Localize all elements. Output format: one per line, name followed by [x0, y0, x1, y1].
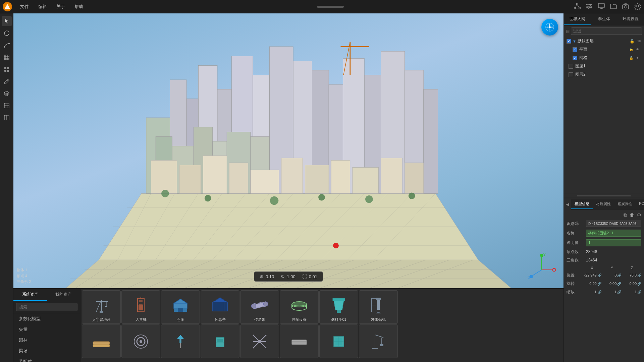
info-nav-prev[interactable]: ◀ [564, 200, 571, 208]
asset-item15[interactable] [319, 324, 358, 358]
orient-button[interactable] [541, 19, 558, 36]
asset-crane[interactable]: 人字臂塔吊 [82, 290, 121, 324]
layer-grid[interactable]: 网格 🔒 👁 [566, 54, 642, 62]
tool-split[interactable] [2, 113, 12, 123]
category-assembly[interactable]: 装配式 [13, 356, 80, 362]
position-z-link[interactable]: 🔗 [637, 274, 641, 277]
asset-item11[interactable] [161, 324, 200, 358]
tab-system-assets[interactable]: 系统资产 [13, 289, 47, 301]
layer-eye-btn[interactable]: 👁 [637, 39, 641, 44]
asset-lift[interactable]: 人货梯 [121, 290, 160, 324]
asset-item10[interactable] [121, 324, 160, 358]
id-value[interactable] [586, 221, 641, 227]
layer-1[interactable]: 图层1 [566, 62, 642, 70]
asset-item12[interactable] [201, 324, 239, 358]
asset-item11-thumb [163, 327, 198, 356]
asset-item13[interactable] [240, 324, 279, 358]
scale-x-link[interactable]: 🔗 [597, 290, 601, 294]
gear-icon[interactable] [634, 2, 641, 11]
network-icon[interactable] [574, 2, 581, 11]
info-settings-btn[interactable]: ⚙ [637, 212, 641, 218]
menu-help[interactable]: 帮助 [70, 2, 87, 11]
camera-icon[interactable] [622, 2, 629, 11]
asset-item14[interactable] [280, 324, 319, 358]
menu-about[interactable]: 关于 [52, 2, 69, 11]
tab-twin[interactable]: 孪生体 [591, 13, 618, 25]
asset-conveyor[interactable]: 传送带 [240, 290, 279, 324]
asset-parking[interactable]: 停车设备 [280, 290, 319, 324]
tab-extend[interactable]: 拓展属性 [614, 199, 636, 209]
tool-layers[interactable] [2, 88, 12, 99]
tool-apps[interactable] [2, 64, 12, 74]
asset-hopper[interactable]: 储料斗01 [319, 290, 358, 324]
scale-z-link[interactable]: 🔗 [637, 290, 641, 294]
layer-plane-eye[interactable]: 👁 [636, 48, 639, 51]
svg-rect-178 [93, 344, 110, 347]
layer-group-header-default[interactable]: ▼ 默认图层 🔒 👁 [566, 37, 642, 45]
app-logo[interactable] [3, 2, 12, 11]
rotation-y-link[interactable]: 🔗 [617, 282, 621, 286]
tab-model-info[interactable]: 模型信息 [571, 199, 593, 209]
position-x-link[interactable]: 🔗 [597, 274, 601, 277]
layer-plane-lock[interactable]: 🔒 [629, 48, 633, 51]
tool-pen[interactable] [2, 76, 12, 86]
layer-grid-lock[interactable]: 🔒 [629, 56, 633, 60]
layer-lock-btn[interactable]: 🔒 [630, 39, 635, 44]
category-beam[interactable]: 梁场 [13, 346, 80, 356]
asset-pavilion[interactable]: 休息亭 [201, 290, 239, 324]
scale-label: 缩放 [567, 289, 581, 295]
category-garden[interactable]: 园林 [13, 335, 80, 346]
layer-filter-input[interactable] [571, 27, 642, 35]
tab-material[interactable]: 材质属性 [593, 199, 614, 209]
asset-item9[interactable] [82, 324, 121, 358]
svg-rect-95 [424, 89, 438, 193]
category-parametric[interactable]: 参数化模型 [13, 313, 80, 324]
tool-panel[interactable] [2, 101, 12, 111]
layer-2[interactable]: 图层2 [566, 70, 642, 79]
scale-transform[interactable]: ⛶ 0.01 [302, 274, 317, 279]
category-list: 参数化模型 矢量 园林 梁场 装配式 围挡&防护 临碑 [13, 313, 80, 362]
info-content: ⧉ 🗑 ⚙ 识别码 名称 透明度 [564, 209, 644, 300]
tab-pc[interactable]: PC... [636, 199, 644, 209]
menu-file[interactable]: 文件 [16, 2, 33, 11]
svg-rect-37 [4, 103, 9, 108]
layer-2-checkbox[interactable] [569, 72, 573, 77]
tab-world[interactable]: 世界大网 [564, 13, 591, 25]
layer-grid-checkbox[interactable] [573, 56, 577, 60]
info-copy-btn[interactable]: ⧉ [624, 212, 627, 218]
asset-warehouse[interactable]: 仓库 [161, 290, 200, 324]
layer-default-checkbox[interactable] [567, 39, 571, 44]
asset-item16[interactable] [359, 324, 398, 358]
folder-icon[interactable] [610, 2, 617, 11]
name-value[interactable] [586, 230, 641, 237]
layer-1-checkbox[interactable] [569, 64, 573, 69]
menu-edit[interactable]: 编辑 [34, 2, 51, 11]
transparency-value[interactable] [586, 239, 641, 246]
viewport-3d[interactable]: Y Z 物体 1 顶点 4 三角形 2 [13, 13, 564, 288]
svg-line-131 [533, 270, 542, 276]
scale-y-link[interactable]: 🔗 [617, 290, 621, 294]
layer-plane[interactable]: 平面 🔒 👁 [566, 45, 642, 54]
settings2-icon[interactable] [586, 2, 593, 11]
position-y-link[interactable]: 🔗 [617, 274, 621, 277]
tool-circle[interactable] [2, 28, 12, 38]
asset-pavilion-name: 休息亭 [202, 317, 238, 322]
monitor-icon[interactable] [598, 2, 605, 11]
tab-my-assets[interactable]: 我的资产 [47, 289, 80, 301]
tab-env[interactable]: 环境设置 [617, 13, 644, 25]
category-vector[interactable]: 矢量 [13, 324, 80, 335]
tool-cursor[interactable] [2, 16, 12, 26]
move-transform[interactable]: ⊕ 0.10 [260, 274, 274, 279]
svg-rect-103 [151, 160, 177, 193]
rotate-transform[interactable]: ↻ 1.00 [281, 274, 295, 279]
svg-point-21 [8, 43, 10, 44]
asset-search-input[interactable] [16, 303, 77, 311]
layer-plane-checkbox[interactable] [573, 47, 577, 52]
rotation-z-link[interactable]: 🔗 [637, 282, 641, 286]
tool-path[interactable] [2, 40, 12, 50]
info-delete-btn[interactable]: 🗑 [630, 212, 634, 218]
layer-grid-eye[interactable]: 👁 [636, 56, 639, 60]
tool-grid[interactable] [2, 52, 12, 62]
rotation-x-link[interactable]: 🔗 [597, 282, 601, 286]
asset-drill[interactable]: 冲击钻机 [359, 290, 398, 324]
